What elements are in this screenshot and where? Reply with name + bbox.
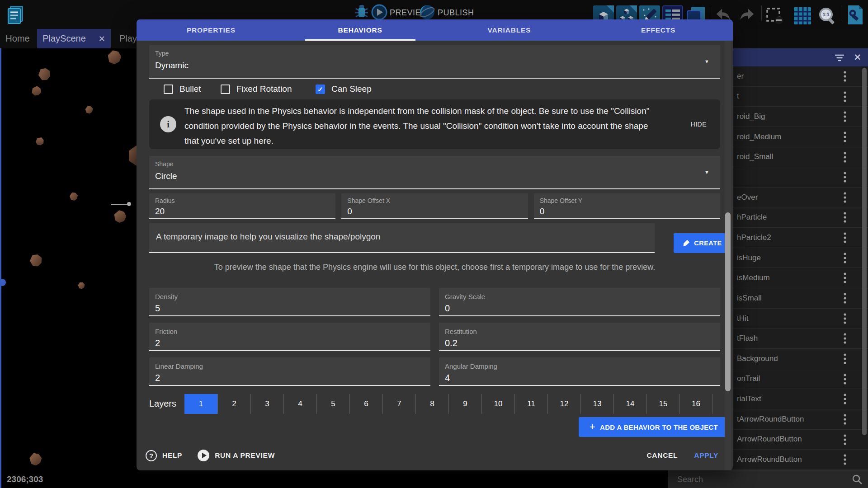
layer-button[interactable]: 7	[382, 394, 415, 414]
asteroid-instance[interactable]	[28, 253, 42, 267]
kebab-menu-icon[interactable]	[842, 353, 848, 365]
kebab-menu-icon[interactable]	[842, 292, 848, 304]
numeric-field[interactable]: Restitution 0.2	[439, 323, 720, 351]
kebab-menu-icon[interactable]	[842, 434, 848, 446]
help-button[interactable]: HELP	[162, 451, 182, 460]
checkbox-box[interactable]: ✓	[221, 84, 230, 94]
kebab-menu-icon[interactable]	[842, 333, 848, 344]
panel-scrollbar[interactable]	[862, 68, 867, 435]
layer-button[interactable]: 2	[217, 394, 250, 414]
layer-button[interactable]: 6	[349, 394, 382, 414]
shape-select[interactable]: Shape Circle ▼	[149, 156, 720, 189]
publish-icon[interactable]	[418, 3, 436, 21]
run-preview-button[interactable]: RUN A PREVIEW	[215, 451, 275, 460]
scene-edge-handle[interactable]	[0, 279, 6, 286]
apply-button[interactable]: APPLY	[694, 451, 718, 460]
filter-icon[interactable]	[835, 53, 844, 62]
dialog-tab[interactable]: PROPERTIES	[137, 19, 286, 41]
asteroid-instance[interactable]	[37, 66, 52, 81]
kebab-menu-icon[interactable]	[842, 413, 848, 425]
tab-playscene[interactable]: PlayScene ✕	[37, 29, 111, 48]
layer-button[interactable]: 13	[580, 394, 613, 414]
preview-icon[interactable]	[371, 4, 388, 21]
checkbox-box[interactable]: ✓	[316, 84, 325, 94]
kebab-menu-icon[interactable]	[842, 70, 848, 82]
numeric-field[interactable]: Shape Offset X 0	[341, 193, 528, 219]
deselect-icon[interactable]	[764, 5, 785, 28]
layer-button[interactable]: 14	[613, 394, 646, 414]
numeric-field[interactable]: Shape Offset Y 0	[534, 193, 720, 219]
asteroid-instance[interactable]	[30, 84, 43, 98]
layer-button[interactable]: 12	[547, 394, 580, 414]
redo-icon[interactable]	[737, 5, 757, 26]
dialog-tab[interactable]: EFFECTS	[584, 19, 733, 41]
cancel-button[interactable]: CANCEL	[646, 451, 678, 460]
kebab-menu-icon[interactable]	[842, 211, 848, 223]
close-tab-icon[interactable]: ✕	[99, 34, 105, 44]
layer-button[interactable]: 3	[250, 394, 283, 414]
add-behavior-button[interactable]: + ADD A BEHAVIOR TO THE OBJECT	[579, 417, 729, 437]
kebab-menu-icon[interactable]	[842, 171, 848, 183]
numeric-field[interactable]: Density 5	[149, 288, 430, 316]
plus-icon: +	[590, 422, 595, 432]
kebab-menu-icon[interactable]	[842, 313, 848, 324]
layer-button[interactable]: 4	[283, 394, 316, 414]
asteroid-instance[interactable]	[28, 452, 42, 465]
kebab-menu-icon[interactable]	[842, 151, 848, 163]
kebab-menu-icon[interactable]	[842, 91, 848, 103]
zoom-1-1-icon[interactable]: 1:1	[816, 5, 837, 28]
temp-image-field[interactable]	[149, 223, 655, 253]
layer-button[interactable]: 1	[184, 394, 217, 414]
kebab-menu-icon[interactable]	[842, 373, 848, 385]
debugger-icon[interactable]	[353, 3, 371, 21]
asteroid-instance[interactable]	[78, 282, 85, 289]
layer-button[interactable]: 9	[448, 394, 481, 414]
selection-handle-line	[111, 204, 128, 205]
asteroid-instance[interactable]	[70, 192, 78, 201]
layer-button[interactable]: 8	[415, 394, 448, 414]
kebab-menu-icon[interactable]	[842, 192, 848, 203]
checkbox-can-sleep[interactable]: ✓Can Sleep	[316, 84, 372, 94]
numeric-field[interactable]: Gravity Scale 0	[439, 288, 720, 316]
grid-icon[interactable]	[792, 5, 813, 28]
layer-button[interactable]: 5	[316, 394, 349, 414]
layer-button[interactable]: 11	[514, 394, 547, 414]
dialog-scrollbar-thumb[interactable]	[725, 212, 731, 391]
publish-button[interactable]: PUBLISH	[438, 8, 474, 18]
selection-handle-dot[interactable]	[127, 202, 131, 206]
tab-home[interactable]: Home	[4, 29, 32, 48]
scene-properties-icon[interactable]	[844, 5, 865, 27]
numeric-field[interactable]: Radius 20	[149, 193, 335, 219]
asteroid-instance[interactable]	[85, 106, 93, 114]
run-preview-icon[interactable]	[198, 450, 209, 461]
close-panel-icon[interactable]: ✕	[854, 51, 862, 64]
checkbox-fixed-rotation[interactable]: ✓Fixed Rotation	[221, 84, 292, 94]
create-button[interactable]: CREATE	[674, 233, 731, 253]
dialog-tab[interactable]: BEHAVIORS	[286, 19, 435, 41]
layer-button[interactable]: 16	[679, 394, 712, 414]
project-manager-icon[interactable]	[5, 5, 25, 24]
kebab-menu-icon[interactable]	[842, 272, 848, 284]
asteroid-instance[interactable]	[34, 136, 45, 147]
kebab-menu-icon[interactable]	[842, 232, 848, 244]
layer-button[interactable]: 15	[646, 394, 679, 414]
dialog-tab[interactable]: VARIABLES	[435, 19, 584, 41]
temp-image-input[interactable]	[155, 231, 645, 242]
layer-button[interactable]: 10	[481, 394, 514, 414]
asteroid-instance[interactable]	[107, 50, 123, 66]
type-select[interactable]: Type Dynamic ▼	[149, 45, 720, 79]
hide-button[interactable]: HIDE	[691, 121, 707, 128]
checkbox-bullet[interactable]: ✓Bullet	[164, 84, 201, 94]
kebab-menu-icon[interactable]	[842, 393, 848, 405]
checkbox-box[interactable]: ✓	[164, 84, 173, 94]
kebab-menu-icon[interactable]	[842, 252, 848, 264]
numeric-field[interactable]: Friction 2	[149, 323, 430, 351]
help-icon[interactable]: ?	[146, 450, 157, 461]
kebab-menu-icon[interactable]	[842, 454, 848, 465]
search-input[interactable]	[676, 473, 832, 486]
numeric-field[interactable]: Linear Damping 2	[149, 357, 430, 386]
kebab-menu-icon[interactable]	[842, 111, 848, 122]
asteroid-instance[interactable]	[112, 209, 127, 224]
kebab-menu-icon[interactable]	[842, 131, 848, 143]
numeric-field[interactable]: Angular Damping 4	[439, 357, 720, 386]
